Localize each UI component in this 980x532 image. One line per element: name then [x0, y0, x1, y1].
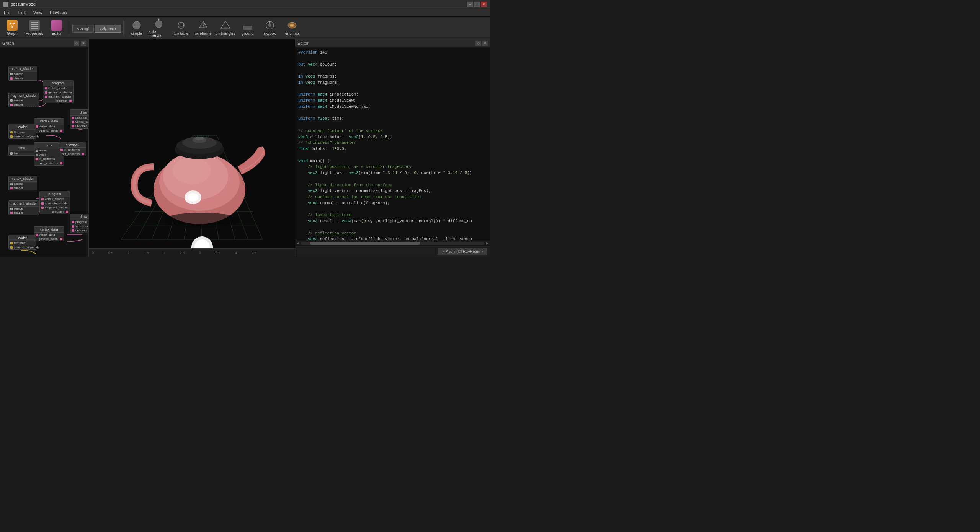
- graph-label: Graph: [7, 31, 18, 36]
- minimize-button[interactable]: −: [467, 2, 473, 7]
- close-button[interactable]: ✕: [481, 2, 487, 7]
- scrollbar-thumb[interactable]: [310, 242, 420, 245]
- node-draw-1[interactable]: draw program vertex_data uniforms: [70, 109, 88, 129]
- node-vertex-data-2[interactable]: vertex_data vertex_data generic_mesh: [34, 226, 64, 241]
- editor-code-area[interactable]: #version 140 out vec4 colour; in vec3 fr…: [295, 47, 490, 240]
- graph-close-button[interactable]: ✕: [81, 41, 86, 46]
- scroll-left-btn[interactable]: ◀: [297, 241, 299, 245]
- toolbar-envmap-button[interactable]: envmap: [281, 18, 303, 38]
- graph-panel-title: Graph: [2, 41, 14, 46]
- simple-label: simple: [131, 31, 142, 36]
- node-loader-1[interactable]: loader filename generic_polymesh: [8, 124, 36, 139]
- properties-icon: [29, 20, 40, 31]
- node-program-1[interactable]: program vertex_shader geometry_shader fr…: [43, 80, 74, 103]
- svg-marker-15: [158, 18, 160, 20]
- graph-header-controls: ◇ ✕: [74, 41, 86, 46]
- node-time-leaf[interactable]: time time: [8, 145, 35, 156]
- menu-playback[interactable]: Playback: [46, 10, 71, 16]
- toolbar: Graph Properties Editor opengl polymesh: [0, 17, 490, 39]
- graph-float-button[interactable]: ◇: [74, 41, 79, 46]
- turntable-label: turntable: [173, 31, 188, 36]
- skybox-label: skybox: [264, 31, 276, 36]
- node-draw-2[interactable]: draw program vertex_data uniforms: [70, 214, 88, 233]
- tab-opengl[interactable]: opengl: [72, 25, 94, 33]
- menu-file[interactable]: File: [0, 10, 15, 16]
- scroll-right-btn[interactable]: ▶: [486, 241, 488, 245]
- svg-line-4: [10, 23, 12, 27]
- viewport-panel[interactable]: 0 0.5 1 1.5 2 2.5 3 3.5 4 4.5: [89, 39, 295, 257]
- toolbar-pntriangles-button[interactable]: pn triangles: [215, 18, 236, 38]
- editor-panel: Editor ◇ ✕ #version 140 out vec4 colour;…: [295, 39, 490, 257]
- simple-icon: [131, 20, 142, 31]
- autonormals-label: auto normals: [149, 29, 169, 38]
- titlebar: possumwood − □ ✕: [0, 0, 490, 8]
- graph-panel: Graph ◇ ✕: [0, 39, 89, 257]
- svg-point-66: [163, 213, 240, 228]
- svg-point-31: [268, 24, 271, 27]
- node-vertex-shader-1[interactable]: vertex_shader source shader: [8, 66, 37, 81]
- editor-panel-header: Editor ◇ ✕: [295, 39, 490, 47]
- toolbar-ground-button[interactable]: ground: [237, 18, 258, 38]
- editor-header-controls: ◇ ✕: [475, 41, 488, 46]
- svg-point-13: [155, 21, 162, 28]
- code-editor[interactable]: #version 140 out vec4 colour; in vec3 fr…: [295, 47, 490, 240]
- autonormals-icon: [154, 18, 164, 29]
- editor-label: Editor: [52, 31, 62, 36]
- tab-polymesh[interactable]: polymesh: [95, 25, 121, 33]
- turntable-icon: [176, 20, 186, 31]
- toolbar-turntable-button[interactable]: turntable: [170, 18, 192, 38]
- scrollbar-track[interactable]: [301, 242, 484, 245]
- toolbar-simple-button[interactable]: simple: [126, 18, 147, 38]
- editor-float-button[interactable]: ◇: [475, 41, 481, 46]
- svg-point-36: [291, 25, 293, 26]
- graph-icon: [7, 20, 18, 31]
- node-fragment-shader-2[interactable]: fragment_shader source shader: [8, 200, 39, 215]
- toolbar-wireframe-button[interactable]: wireframe: [193, 18, 214, 38]
- graph-panel-header: Graph ◇ ✕: [0, 39, 88, 47]
- toolbar-skybox-button[interactable]: skybox: [259, 18, 281, 38]
- svg-rect-9: [31, 28, 38, 29]
- node-loader-2[interactable]: loader filename generic_polymesh: [8, 235, 36, 250]
- svg-marker-23: [221, 21, 230, 28]
- toolbar-graph-button[interactable]: Graph: [2, 18, 23, 38]
- menu-view[interactable]: View: [29, 10, 46, 16]
- svg-line-5: [12, 23, 14, 27]
- envmap-label: envmap: [285, 31, 299, 36]
- wireframe-icon: [198, 20, 209, 31]
- menu-edit[interactable]: Edit: [15, 10, 29, 16]
- main-layout: Graph ◇ ✕: [0, 39, 490, 257]
- editor-panel-title: Editor: [297, 41, 309, 46]
- window-controls: − □ ✕: [467, 2, 487, 7]
- pntriangles-icon: [220, 20, 231, 31]
- ground-label: ground: [242, 31, 253, 36]
- editor-scrollbar[interactable]: ◀ ▶: [295, 240, 490, 246]
- node-vertex-data-1[interactable]: vertex_data vertex_data generic_mesh: [34, 118, 64, 133]
- svg-rect-8: [31, 26, 38, 27]
- node-vertex-shader-2[interactable]: vertex_shader source shader: [8, 176, 37, 190]
- skybox-icon: [265, 20, 275, 31]
- properties-label: Properties: [26, 31, 43, 36]
- toolbar-properties-button[interactable]: Properties: [24, 18, 45, 38]
- apply-button[interactable]: ✓ Apply (CTRL+Return): [438, 248, 487, 255]
- svg-point-63: [195, 137, 204, 140]
- svg-point-58: [173, 157, 211, 184]
- graph-canvas[interactable]: vertex_shader source shader fragment_sha…: [0, 47, 88, 257]
- svg-point-65: [188, 193, 198, 202]
- ground-icon: [242, 20, 253, 31]
- editor-icon: [51, 20, 62, 31]
- app-icon: [3, 2, 8, 7]
- toolbar-editor-button[interactable]: Editor: [46, 18, 67, 38]
- wireframe-label: wireframe: [195, 31, 212, 36]
- node-fragment-shader-1[interactable]: fragment_shader source shader: [8, 93, 39, 107]
- app-title: possumwood: [11, 2, 467, 7]
- viewport-ruler: 0 0.5 1 1.5 2 2.5 3 3.5 4 4.5: [89, 248, 295, 257]
- editor-close-button[interactable]: ✕: [482, 41, 488, 46]
- maximize-button[interactable]: □: [474, 2, 480, 7]
- node-viewport[interactable]: viewport in_uniforms out_uniforms: [59, 142, 86, 156]
- node-program-2[interactable]: program vertex_shader geometry_shader fr…: [39, 191, 70, 214]
- 3d-scene: [89, 39, 295, 248]
- envmap-icon: [287, 20, 297, 31]
- menubar: File Edit View Playback: [0, 8, 490, 17]
- toolbar-autonormals-button[interactable]: auto normals: [148, 18, 170, 38]
- svg-rect-6: [31, 22, 38, 23]
